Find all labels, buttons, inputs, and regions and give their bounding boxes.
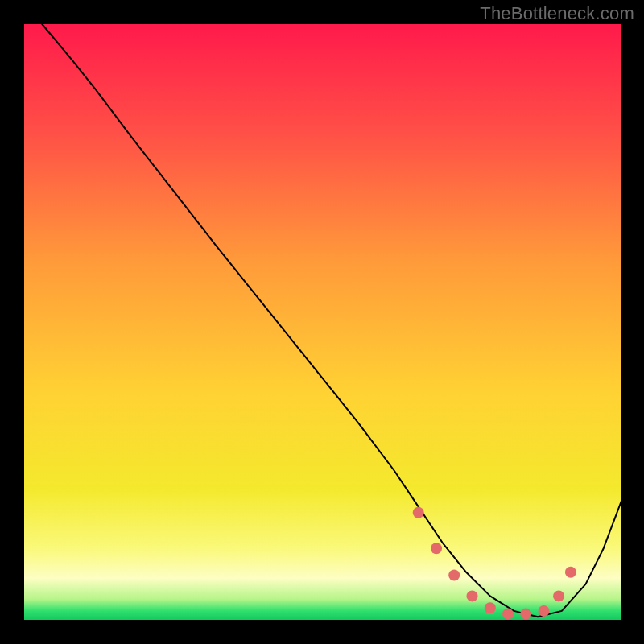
watermark-text: TheBottleneck.com [480,3,634,24]
optimal-marker [467,590,478,601]
optimal-marker [520,609,531,620]
svg-rect-3 [621,0,644,644]
optimal-marker [539,605,550,617]
chart-svg [0,0,644,644]
svg-rect-2 [0,0,24,644]
chart-container: TheBottleneck.com [0,0,644,644]
optimal-marker [485,602,496,613]
optimal-marker [431,543,442,554]
optimal-marker [413,507,424,518]
optimal-marker [502,609,514,620]
optimal-marker [553,590,564,601]
svg-rect-1 [0,620,644,644]
optimal-marker [448,570,460,581]
optimal-marker [565,567,576,578]
